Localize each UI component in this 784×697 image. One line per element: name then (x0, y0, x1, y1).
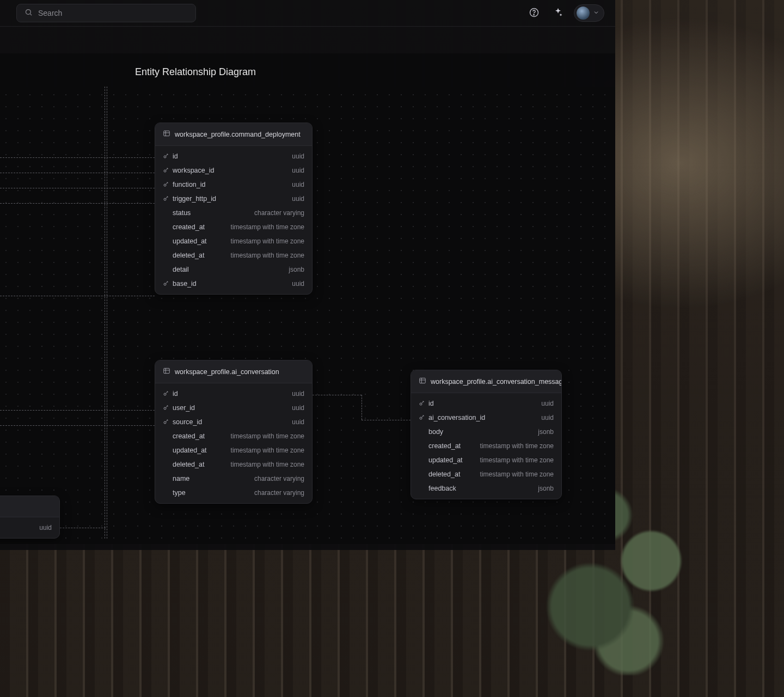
erd-canvas[interactable]: workspace_profile.command_deployment idu… (0, 87, 615, 544)
table-row: iduuid (411, 396, 561, 411)
column-type: timestamp with time zone (231, 432, 304, 440)
entity-header: _node (0, 496, 59, 517)
table-row: updated_attimestamp with time zone (155, 234, 312, 248)
table-icon (163, 130, 170, 139)
svg-point-16 (164, 407, 166, 409)
svg-point-11 (164, 283, 166, 285)
column-type: uuid (541, 400, 554, 407)
svg-point-3 (534, 14, 534, 15)
column-name: updated_at (428, 456, 463, 464)
table-row: feedbackjsonb (411, 481, 561, 496)
appbar (0, 0, 615, 26)
key-icon (163, 405, 173, 411)
relation-guide-vertical (105, 87, 105, 539)
key-icon (419, 414, 428, 421)
column-name: base_id (173, 280, 197, 288)
table-row: statuscharacter varying (155, 206, 312, 220)
table-row: created_attimestamp with time zone (411, 439, 561, 453)
secondary-bar (0, 26, 615, 53)
table-row: source_iduuid (155, 415, 312, 429)
svg-point-10 (164, 198, 166, 200)
column-name: created_at (173, 223, 205, 231)
column-name: workspace_id (173, 167, 214, 174)
table-row: created_attimestamp with time zone (155, 429, 312, 443)
key-icon (163, 280, 173, 287)
table-row: typecharacter varying (155, 486, 312, 500)
svg-point-15 (164, 393, 166, 395)
search-icon (24, 8, 33, 18)
column-type: uuid (292, 418, 304, 426)
entity-partial-node[interactable]: _node uuid (0, 496, 60, 539)
column-name: function_id (173, 181, 205, 188)
relation-guide-vertical-2 (107, 87, 107, 539)
ai-sparkle-button[interactable] (550, 5, 566, 21)
key-icon (163, 153, 173, 160)
key-icon (163, 181, 173, 188)
relation-line (0, 425, 155, 426)
column-name: deleted_at (173, 252, 204, 259)
relation-line (313, 395, 362, 395)
table-row: trigger_http_iduuid (155, 192, 312, 206)
erd-canvas-wrap: workspace_profile.command_deployment idu… (0, 87, 615, 544)
entity-header: workspace_profile.ai_conversation (155, 360, 312, 383)
entity-name: workspace_profile.ai_conversation (175, 368, 279, 376)
sparkle-icon (553, 7, 564, 20)
column-name: detail (173, 266, 189, 273)
entity-name: workspace_profile.command_deployment (175, 131, 301, 138)
column-type: timestamp with time zone (231, 223, 304, 231)
column-type: jsonb (538, 428, 554, 436)
svg-point-17 (164, 421, 166, 424)
entity-header: workspace_profile.command_deployment (155, 123, 312, 146)
search-input-wrap[interactable] (16, 4, 196, 22)
column-type: uuid (292, 195, 304, 203)
relation-line (362, 395, 362, 420)
table-icon (419, 377, 426, 386)
entity-columns: iduuidai_conversation_iduuidbodyjsonbcre… (411, 393, 561, 499)
column-name: name (173, 475, 189, 482)
help-button[interactable] (526, 5, 542, 21)
column-type: uuid (292, 152, 304, 160)
svg-point-9 (164, 184, 166, 186)
table-row: iduuid (155, 387, 312, 401)
column-name: created_at (428, 442, 461, 450)
column-name: body (428, 428, 443, 436)
column-type: uuid (292, 280, 304, 288)
table-row: updated_attimestamp with time zone (411, 453, 561, 467)
appbar-right (526, 4, 604, 22)
table-row: user_iduuid (155, 401, 312, 415)
key-icon (163, 419, 173, 425)
column-type: uuid (39, 524, 52, 531)
page-title: Entity Relationship Diagram (0, 53, 615, 87)
column-name: ai_conversation_id (428, 414, 485, 421)
column-name: created_at (173, 432, 205, 440)
svg-point-0 (26, 10, 31, 15)
column-type: timestamp with time zone (480, 470, 554, 478)
column-type: character varying (254, 475, 304, 482)
relation-line (0, 296, 155, 296)
relation-line (362, 420, 411, 420)
table-row: uuid (0, 521, 59, 535)
svg-point-7 (164, 156, 166, 158)
relation-line (0, 203, 155, 204)
search-input[interactable] (38, 9, 188, 17)
column-type: character varying (254, 209, 304, 217)
entity-ai-conversation-message[interactable]: workspace_profile.ai_conversation_messag… (411, 370, 562, 499)
table-row: deleted_attimestamp with time zone (411, 467, 561, 481)
column-type: uuid (292, 167, 304, 174)
chevron-down-icon (593, 8, 599, 18)
table-row: function_iduuid (155, 178, 312, 192)
account-menu[interactable] (574, 4, 604, 22)
column-name: updated_at (173, 237, 207, 245)
column-name: id (428, 400, 434, 407)
table-row: ai_conversation_iduuid (411, 411, 561, 425)
relation-line (0, 188, 155, 188)
table-row: created_attimestamp with time zone (155, 220, 312, 234)
key-icon (163, 390, 173, 397)
column-type: uuid (541, 414, 554, 421)
table-row: iduuid (155, 149, 312, 163)
entity-ai-conversation[interactable]: workspace_profile.ai_conversation iduuid… (155, 360, 313, 504)
entity-command-deployment[interactable]: workspace_profile.command_deployment idu… (155, 123, 313, 295)
entity-columns: iduuiduser_iduuidsource_iduuidcreated_at… (155, 383, 312, 503)
avatar (577, 7, 590, 20)
column-name: updated_at (173, 447, 207, 454)
